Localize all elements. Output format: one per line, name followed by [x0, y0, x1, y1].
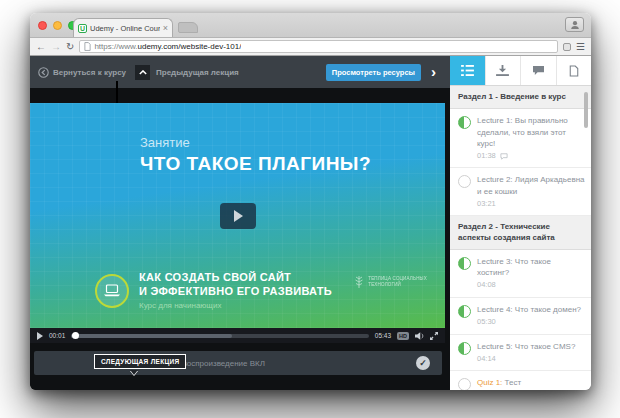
lecture-item-5[interactable]: Lecture 5: Что такое CMS? 04:14 [450, 335, 591, 372]
course-branding-text: КАК СОЗДАТЬ СВОЙ САЙТ И ЭФФЕКТИВНО ЕГО Р… [139, 271, 332, 310]
udemy-favicon-icon: U [78, 24, 87, 33]
close-window-button[interactable] [38, 21, 47, 30]
next-lecture-arrow-button[interactable]: › [431, 64, 436, 79]
course-subtitle: Курс для начинающих [139, 301, 332, 310]
section-header: Раздел 1 - Введение в курс [450, 86, 591, 109]
lecture-item-2[interactable]: Lecture 2: Лидия Аркадьевна и ее кошки 0… [450, 168, 591, 216]
lecture-duration: 05:30 [477, 317, 496, 328]
page-content: Вернуться к курсу Предыдущая лекция Прос… [30, 56, 591, 390]
tab-discussions[interactable] [521, 56, 557, 85]
chat-icon [532, 65, 545, 76]
curriculum-sidebar: Раздел 1 - Введение в курс Lecture 1: Вы… [450, 56, 591, 390]
document-icon [569, 65, 579, 77]
browser-titlebar: U Udemy - Online Courses fr × [30, 13, 591, 38]
section-header: Раздел 2 - Технические аспекты создания … [450, 216, 591, 250]
view-resources-button[interactable]: Просмотреть ресурсы [326, 64, 421, 81]
play-icon [234, 210, 243, 222]
fullscreen-icon[interactable] [430, 332, 438, 340]
playhead-handle[interactable] [72, 332, 79, 339]
screenshot-stage: U Udemy - Online Courses fr × ← → ↻ ht [0, 0, 620, 418]
forward-icon[interactable]: → [51, 42, 61, 52]
profile-button[interactable] [565, 17, 584, 32]
lecture-duration: 01:38 [477, 151, 496, 162]
quiz-prefix: Quiz 1: [477, 378, 502, 387]
sidebar-scrollbar[interactable] [584, 92, 588, 128]
lecture-title: Lecture 1: Вы правильно сделали, что взя… [477, 115, 585, 149]
progress-half-icon [458, 342, 471, 355]
minimize-window-button[interactable] [53, 21, 62, 30]
volume-icon[interactable] [415, 332, 424, 340]
progress-half-icon [458, 257, 471, 270]
current-time: 00:01 [49, 332, 65, 339]
video-frame[interactable]: Занятие ЧТО ТАКОЕ ПЛАГИНЫ? [30, 103, 445, 328]
chevron-up-icon [139, 70, 147, 75]
previous-lecture-label: Предыдущая лекция [156, 68, 239, 77]
play-overlay-button[interactable] [220, 203, 256, 229]
video-kicker: Занятие [140, 135, 190, 150]
course-title-line2: И ЭФФЕКТИВНО ЕГО РАЗВИВАТЬ [139, 285, 332, 299]
laptop-badge-icon [95, 274, 129, 308]
lecture-duration: 04:14 [477, 354, 496, 365]
course-title-line1: КАК СОЗДАТЬ СВОЙ САЙТ [139, 271, 332, 285]
extension-icon[interactable] [563, 43, 571, 51]
menu-icon[interactable]: ☰ [576, 41, 585, 52]
play-button[interactable] [37, 332, 43, 340]
course-branding-band: КАК СОЗДАТЬ СВОЙ САЙТ И ЭФФЕКТИВНО ЕГО Р… [30, 263, 445, 318]
progress-empty-icon [458, 175, 471, 188]
autoplay-toggle[interactable]: ✓ [416, 356, 430, 370]
lecture-title: Lecture 4: Что такое домен? [477, 304, 581, 315]
hd-quality-button[interactable]: HD [397, 332, 409, 340]
person-icon [570, 20, 580, 30]
tab-close-icon[interactable]: × [163, 23, 168, 33]
download-icon [496, 65, 509, 76]
new-tab-button[interactable] [178, 22, 198, 33]
list-icon [461, 65, 474, 76]
address-bar[interactable]: https://www.udemy.com/website-dev-101/ [79, 40, 558, 53]
progress-half-icon [458, 305, 471, 318]
lecture-duration: 04:08 [477, 280, 496, 291]
lecture-item-3[interactable]: Lecture 3: Что такое хостинг? 04:08 [450, 250, 591, 298]
next-lecture-tooltip: СЛЕДУЮЩАЯ ЛЕКЦИЯ [94, 354, 186, 369]
autoplay-bar: Автоматическое воспроизведение ВКЛ СЛЕДУ… [34, 351, 442, 375]
lecture-title: Lecture 3: Что такое хостинг? [477, 256, 585, 278]
partner-logo-text: ТЕПЛИЦА СОЦИАЛЬНЫХ ТЕХНОЛОГИЙ [368, 276, 427, 289]
lecture-title: Lecture 5: Что такое CMS? [477, 341, 575, 352]
back-to-course-label: Вернуться к курсу [53, 68, 126, 77]
lecture-player-area: Вернуться к курсу Предыдущая лекция Прос… [30, 56, 450, 390]
back-icon[interactable]: ← [36, 42, 46, 52]
traffic-lights [38, 21, 77, 30]
browser-window: U Udemy - Online Courses fr × ← → ↻ ht [30, 13, 591, 390]
comments-icon [500, 153, 508, 160]
buffered-range [71, 334, 232, 338]
lecture-duration: 03:21 [477, 199, 496, 210]
lecture-item-1[interactable]: Lecture 1: Вы правильно сделали, что взя… [450, 109, 591, 168]
seek-bar[interactable] [71, 334, 368, 338]
quiz-item-1[interactable]: Quiz 1: Тест ☑ 10 вопроса(ов) [450, 371, 591, 390]
player-toolbar: Вернуться к курсу Предыдущая лекция Прос… [30, 56, 450, 88]
tab-title: Udemy - Online Courses fr [90, 24, 160, 33]
tab-notes[interactable] [557, 56, 592, 85]
back-to-course-button[interactable]: Вернуться к курсу [38, 67, 126, 78]
progress-half-icon [458, 116, 471, 129]
sidebar-tabs [450, 56, 591, 86]
tooltip-caret [130, 370, 138, 375]
quiz-title: Quiz 1: Тест [477, 377, 540, 388]
browser-tab[interactable]: U Udemy - Online Courses fr × [73, 18, 173, 37]
video-title: ЧТО ТАКОЕ ПЛАГИНЫ? [140, 153, 371, 175]
page-icon [84, 42, 91, 51]
browser-urlbar: ← → ↻ https://www.udemy.com/website-dev-… [30, 38, 591, 56]
tab-downloads[interactable] [486, 56, 522, 85]
callout-stem-line [116, 81, 118, 103]
duration: 05:43 [375, 332, 391, 339]
player-controls: 00:01 05:43 HD [30, 328, 445, 343]
tab-curriculum[interactable] [450, 56, 486, 85]
circle-back-icon [38, 67, 49, 78]
partner-logo: ТЕПЛИЦА СОЦИАЛЬНЫХ ТЕХНОЛОГИЙ [354, 275, 427, 289]
previous-lecture-button[interactable] [135, 65, 150, 80]
lecture-title: Lecture 2: Лидия Аркадьевна и ее кошки [477, 174, 585, 196]
lecture-item-4[interactable]: Lecture 4: Что такое домен? 05:30 [450, 298, 591, 335]
tree-icon [354, 275, 364, 289]
progress-empty-icon [458, 378, 471, 390]
reload-icon[interactable]: ↻ [66, 42, 74, 52]
url-text: https://www.udemy.com/website-dev-101/ [94, 42, 241, 51]
